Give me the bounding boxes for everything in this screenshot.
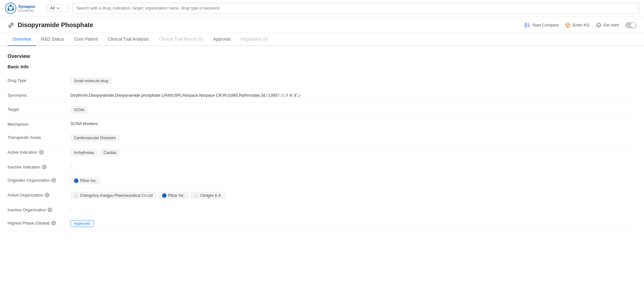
org-tag-pfizer-active[interactable]: Pfizer Inc.: [159, 192, 188, 199]
highest-phase-info-icon[interactable]: i: [51, 221, 56, 225]
alert-toggle[interactable]: [625, 22, 636, 28]
highest-phase-row: Highest Phase (Global) i Approved: [8, 216, 636, 231]
app-sub: by patsnap: [18, 9, 35, 12]
svg-text:S: S: [528, 25, 529, 26]
originator-org-value: Pfizer Inc.: [71, 177, 636, 184]
content-area: Overview Basic Info Drug Type Small mole…: [0, 46, 644, 239]
drug-link-icon: [8, 22, 14, 29]
tab-overview[interactable]: Overview: [8, 33, 36, 46]
inactive-indication-label: Inactive Indication i: [8, 164, 71, 169]
active-indication-row: Active Indication i Arrhythmias Cardiac: [8, 145, 636, 160]
active-org-info-icon[interactable]: i: [45, 193, 49, 197]
inactive-indication-row: Inactive Indication i -: [8, 160, 636, 173]
approved-tag: Approved: [71, 220, 93, 227]
org-tag-pfizer-originator[interactable]: Pfizer Inc.: [71, 177, 100, 184]
target-row: Target SCNA: [8, 103, 636, 117]
compare-icon: U S: [524, 22, 530, 28]
indication-tag-arrhythmias: Arrhythmias: [71, 149, 98, 156]
mechanism-label: Mechanism: [8, 121, 71, 127]
drug-title: Disopyramide Phosphate: [18, 21, 93, 29]
therapeutic-areas-value: Cardiovascular Diseases: [71, 134, 636, 141]
svg-line-15: [568, 25, 569, 26]
top-nav: Synapse by patsnap All: [0, 0, 644, 16]
app-name: Synapse: [18, 4, 35, 9]
chevron-down-icon: [56, 6, 60, 10]
inactive-org-row: Inactive Organization i -: [8, 203, 636, 216]
inactive-org-label: Inactive Organization i: [8, 207, 71, 212]
target-value: SCNA: [71, 106, 636, 113]
active-indication-value: Arrhythmias Cardiac: [71, 149, 636, 156]
drug-type-row: Drug Type Small molecule drug: [8, 74, 636, 88]
drug-title-area: Disopyramide Phosphate: [8, 21, 93, 29]
drug-type-label: Drug Type: [8, 77, 71, 83]
highest-phase-label: Highest Phase (Global) i: [8, 220, 71, 225]
set-alert-label: Set Alert: [603, 23, 619, 27]
subsection-title: Basic Info: [8, 64, 636, 69]
drug-header: Disopyramide Phosphate U S Start Compare…: [0, 16, 644, 33]
set-alert-button[interactable]: Set Alert: [596, 22, 619, 28]
enter-kg-button[interactable]: Enter KG: [565, 22, 589, 28]
enter-kg-label: Enter KG: [573, 23, 589, 27]
indication-tag-cardiac: Cardiac: [100, 149, 120, 156]
active-indication-label: Active Indication i: [8, 149, 71, 155]
inactive-org-value: -: [71, 207, 636, 212]
svg-point-4: [8, 9, 9, 10]
section-title: Overview: [8, 54, 636, 59]
tabs-bar: Overview R&D Status Core Patent Clinical…: [0, 33, 644, 46]
originator-org-info-icon[interactable]: i: [51, 178, 56, 183]
header-actions: U S Start Compare Enter KG Se: [524, 22, 636, 28]
synonyms-row: Synonyms Dirythmin,Disopyramide,Disopyra…: [8, 88, 636, 103]
svg-point-0: [5, 3, 16, 14]
svg-point-16: [598, 27, 599, 28]
inactive-indication-info-icon[interactable]: i: [42, 165, 47, 169]
kg-icon: [565, 22, 571, 28]
tab-clinical-trial-result: Clinical Trial Result (0): [154, 33, 208, 46]
search-type-label: All: [50, 6, 54, 10]
svg-line-14: [567, 25, 568, 26]
therapeutic-areas-label: Therapeutic Areas: [8, 134, 71, 140]
svg-point-2: [10, 5, 12, 7]
alert-icon: [596, 22, 602, 28]
clinigen-org-dot: C: [194, 193, 199, 198]
highest-phase-value: Approved: [71, 220, 636, 227]
active-org-value: C Changzhou Kangpu Pharmaceutical Co Ltd…: [71, 192, 636, 199]
logo-area: Synapse by patsnap: [5, 3, 43, 14]
toggle-knob: [631, 23, 636, 28]
active-org-row: Active Organization i C Changzhou Kangpu…: [8, 188, 636, 203]
active-org-label: Active Organization i: [8, 192, 71, 197]
target-label: Target: [8, 106, 71, 112]
tab-approval[interactable]: Approval: [208, 33, 235, 46]
pfizer-active-org-dot: [162, 193, 167, 198]
svg-text:C: C: [75, 195, 76, 197]
tab-regulation: Regulation (0): [235, 33, 273, 46]
synapse-logo-icon: [5, 3, 16, 14]
tab-core-patent[interactable]: Core Patent: [69, 33, 103, 46]
drug-type-tag: Small molecule drug: [71, 77, 112, 84]
originator-org-row: Originator Organization i Pfizer Inc.: [8, 173, 636, 188]
target-tag: SCNA: [71, 106, 88, 113]
synonyms-label: Synonyms: [8, 92, 71, 98]
search-input[interactable]: [72, 3, 639, 14]
drug-type-value: Small molecule drug: [71, 77, 636, 84]
pfizer-org-dot: [74, 179, 78, 183]
changzhou-org-dot: C: [74, 193, 78, 198]
org-tag-clinigen[interactable]: C Clinigen K.K.: [191, 192, 225, 199]
synonyms-value: Dirythmin,Disopyramide,Disopyramide phos…: [71, 92, 636, 99]
mechanism-value: SCNA blockers: [71, 121, 636, 126]
logo-text-area: Synapse by patsnap: [18, 4, 35, 13]
start-compare-button[interactable]: U S Start Compare: [524, 22, 559, 28]
inactive-org-info-icon[interactable]: i: [48, 208, 52, 212]
therapeutic-areas-tag: Cardiovascular Diseases: [71, 134, 119, 141]
inactive-indication-value: -: [71, 164, 636, 169]
tab-rd-status[interactable]: R&D Status: [36, 33, 69, 46]
svg-text:U: U: [525, 25, 527, 26]
start-compare-label: Start Compare: [532, 23, 559, 27]
org-tag-changzhou[interactable]: C Changzhou Kangpu Pharmaceutical Co Ltd: [71, 192, 156, 199]
search-type-dropdown[interactable]: All: [47, 4, 69, 12]
originator-org-label: Originator Organization i: [8, 177, 71, 183]
mechanism-row: Mechanism SCNA blockers: [8, 117, 636, 131]
active-indication-info-icon[interactable]: i: [39, 150, 44, 155]
tab-clinical-trial-analysis[interactable]: Clinical Trial Analysis: [103, 33, 154, 46]
svg-point-3: [12, 9, 14, 10]
therapeutic-areas-row: Therapeutic Areas Cardiovascular Disease…: [8, 131, 636, 145]
